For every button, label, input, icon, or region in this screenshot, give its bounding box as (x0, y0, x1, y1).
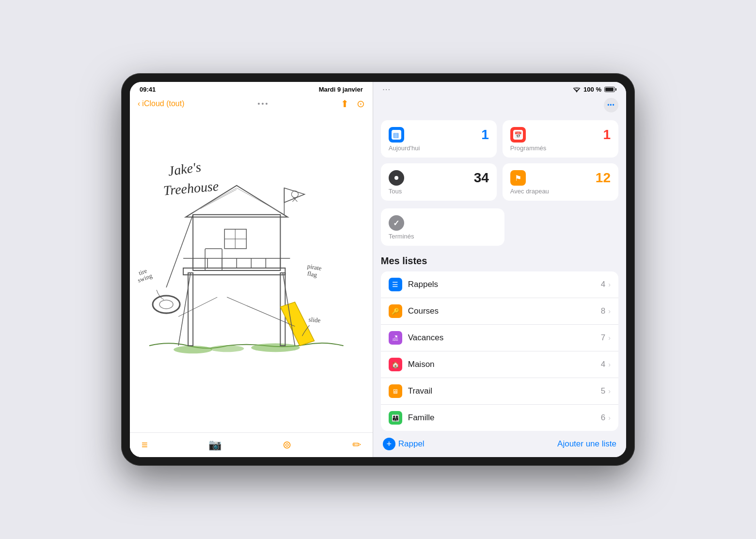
done-icon: ✓ (389, 215, 404, 231)
svg-text:Treehouse: Treehouse (163, 178, 219, 198)
back-label: iCloud (tout) (142, 99, 184, 108)
maison-chevron: › (608, 361, 611, 368)
courses-chevron: › (608, 307, 611, 315)
more-button[interactable]: ••• (604, 98, 618, 112)
dot3 (266, 103, 268, 105)
courses-icon: 🔑 (389, 304, 402, 318)
today-count: 1 (481, 127, 489, 143)
svg-point-4 (210, 345, 244, 352)
list-item-courses[interactable]: 🔑 Courses 8 › (381, 298, 618, 325)
notes-bottom-bar: ≡ 📷 ⊚ ✏ (130, 432, 373, 457)
famille-name: Famille (408, 413, 601, 423)
note-canvas: Jake's Treehouse (130, 113, 373, 432)
reminders-toolbar: ••• (373, 95, 626, 116)
svg-point-3 (251, 343, 299, 352)
vacances-chevron: › (608, 334, 611, 342)
share-icon[interactable]: ⬆ (341, 98, 349, 110)
bottom-actions: + Rappel Ajouter une liste (373, 431, 626, 457)
camera-icon[interactable]: 📷 (208, 439, 221, 451)
smart-card-done[interactable]: ✓ Terminés (381, 208, 504, 246)
rappels-name: Rappels (408, 280, 601, 289)
courses-name: Courses (408, 306, 601, 316)
svg-point-27 (153, 296, 180, 313)
toolbar-icons: ⬆ ⊙ (341, 98, 365, 110)
notes-toolbar: ‹ iCloud (tout) ⬆ ⊙ (130, 95, 373, 113)
list-item-famille[interactable]: 👨‍👩‍👧 Famille 6 › (381, 405, 618, 431)
back-button[interactable]: ‹ iCloud (tout) (138, 99, 184, 108)
dot2 (262, 103, 264, 105)
maison-name: Maison (408, 360, 601, 369)
svg-line-26 (166, 215, 193, 287)
travail-icon: 🖥 (389, 384, 402, 398)
list-item-vacances[interactable]: 🏖 Vacances 7 › (381, 325, 618, 351)
ipad-device: 09:41 Mardi 9 janvier ‹ iCloud (tout) ⬆ … (121, 73, 635, 466)
rappels-chevron: › (608, 281, 611, 288)
svg-text:flag: flag (307, 270, 318, 278)
mes-listes-title: Mes listes (381, 254, 618, 271)
smart-card-all[interactable]: 34 Tous (381, 163, 497, 201)
scheduled-icon: 📅 (510, 127, 526, 143)
notes-dots-menu[interactable] (258, 103, 268, 105)
add-list-button[interactable]: Ajouter une liste (557, 439, 616, 449)
rappels-count: 4 (601, 280, 605, 289)
add-reminder-button[interactable]: + Rappel (383, 438, 425, 450)
flagged-count: 12 (596, 170, 611, 186)
svg-line-12 (236, 188, 280, 212)
ipad-screen: 09:41 Mardi 9 janvier ‹ iCloud (tout) ⬆ … (130, 82, 626, 457)
smart-card-today[interactable]: ▤ 1 Aujourd'hui (381, 120, 497, 158)
flagged-icon: ⚑ (510, 170, 526, 186)
reminders-panel: ··· 100 % (373, 82, 626, 457)
lists-container: ☰ Rappels 4 › 🔑 Courses 8 › 🏖 (381, 271, 618, 431)
notes-panel: 09:41 Mardi 9 janvier ‹ iCloud (tout) ⬆ … (130, 82, 373, 457)
list-item-maison[interactable]: 🏠 Maison 4 › (381, 351, 618, 378)
famille-count: 6 (601, 413, 605, 423)
courses-count: 8 (601, 306, 605, 316)
list-item-rappels[interactable]: ☰ Rappels 4 › (381, 271, 618, 298)
smart-lists-grid: ▤ 1 Aujourd'hui 📅 1 Programmés (373, 116, 626, 208)
date-display: Mardi 9 janvier (319, 86, 363, 93)
vacances-name: Vacances (408, 333, 601, 343)
dot1 (258, 103, 260, 105)
today-label: Aujourd'hui (389, 144, 489, 152)
compose-icon[interactable]: ✏ (352, 439, 361, 451)
svg-line-41 (178, 297, 217, 317)
famille-chevron: › (608, 414, 611, 422)
all-icon (389, 170, 404, 186)
travail-chevron: › (608, 387, 611, 395)
chevron-left-icon: ‹ (138, 99, 140, 108)
treehouse-sketch: Jake's Treehouse (130, 113, 373, 432)
flagged-label: Avec drapeau (510, 188, 611, 195)
list-item-travail[interactable]: 🖥 Travail 5 › (381, 378, 618, 405)
svg-line-39 (178, 273, 190, 346)
svg-point-2 (173, 346, 212, 353)
svg-rect-7 (183, 268, 285, 275)
smart-card-scheduled[interactable]: 📅 1 Programmés (503, 120, 618, 158)
smart-card-flagged[interactable]: ⚑ 12 Avec drapeau (503, 163, 618, 201)
plus-icon: + (383, 438, 395, 450)
left-status-bar: 09:41 Mardi 9 janvier (130, 82, 373, 95)
add-reminder-label: Rappel (398, 439, 425, 449)
battery-pct-label: 100 % (583, 86, 601, 93)
more-dots-icon: ••• (607, 102, 615, 109)
scheduled-label: Programmés (510, 144, 611, 152)
wifi-icon (573, 87, 581, 93)
battery-icon (604, 87, 616, 92)
svg-text:slide: slide (308, 316, 321, 324)
famille-icon: 👨‍👩‍👧 (389, 411, 402, 425)
done-label: Terminés (389, 233, 497, 240)
scheduled-count: 1 (603, 127, 611, 143)
maison-count: 4 (601, 360, 605, 369)
list-icon[interactable]: ≡ (142, 439, 148, 451)
all-label: Tous (389, 188, 489, 195)
svg-point-49 (394, 176, 398, 180)
maison-icon: 🏠 (389, 358, 402, 371)
svg-point-28 (159, 300, 173, 309)
more-icon[interactable]: ⊙ (357, 98, 365, 110)
vacances-icon: 🏖 (389, 331, 402, 345)
right-dots: ··· (383, 86, 391, 93)
all-count: 34 (474, 170, 489, 186)
svg-marker-32 (284, 188, 304, 203)
pencil-tip-icon[interactable]: ⊚ (283, 439, 291, 451)
svg-text:Jake's: Jake's (167, 159, 202, 178)
travail-name: Travail (408, 386, 601, 396)
